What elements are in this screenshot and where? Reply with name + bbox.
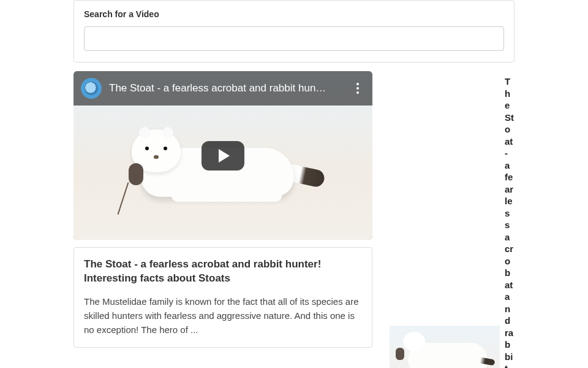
sidebar-item-title: The Stoat - a fearless acrobat and rabbi…: [505, 75, 514, 368]
player-title[interactable]: The Stoat - a fearless acrobat and rabbi…: [109, 82, 343, 94]
content-row: The Stoat - a fearless acrobat and rabbi…: [74, 71, 514, 368]
sidebar-thumbnail-icon: [390, 326, 500, 368]
sidebar-item[interactable]: The Stoat - a fearless acrobat and rabbi…: [390, 71, 514, 368]
player-top-bar: The Stoat - a fearless acrobat and rabbi…: [74, 71, 372, 105]
sidebar-column: The Stoat - a fearless acrobat and rabbi…: [390, 71, 514, 368]
main-column: The Stoat - a fearless acrobat and rabbi…: [74, 71, 372, 368]
search-input[interactable]: [84, 26, 504, 51]
kebab-menu-icon[interactable]: [350, 81, 365, 96]
play-button-icon[interactable]: [202, 141, 244, 171]
channel-avatar-icon[interactable]: [81, 78, 102, 99]
search-card: Search for a Video: [74, 0, 514, 63]
video-player[interactable]: The Stoat - a fearless acrobat and rabbi…: [74, 71, 372, 240]
video-description: The Mustelidae family is known for the f…: [84, 294, 362, 337]
video-title: The Stoat - a fearless acrobat and rabbi…: [84, 258, 362, 286]
video-detail-card: The Stoat - a fearless acrobat and rabbi…: [74, 247, 372, 348]
search-label: Search for a Video: [84, 9, 504, 19]
